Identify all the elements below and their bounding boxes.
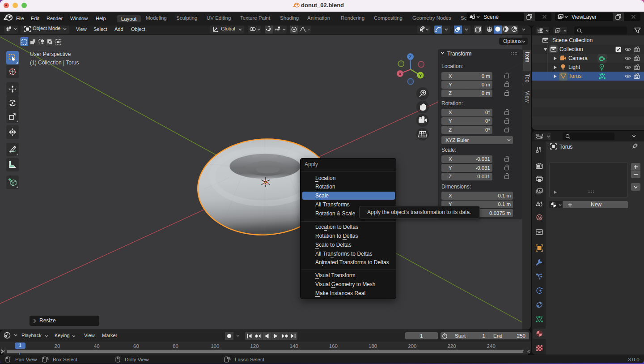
svg-text:Y: Y (419, 73, 422, 78)
svg-text:X: X (398, 72, 401, 76)
svg-text:Z: Z (409, 55, 412, 59)
